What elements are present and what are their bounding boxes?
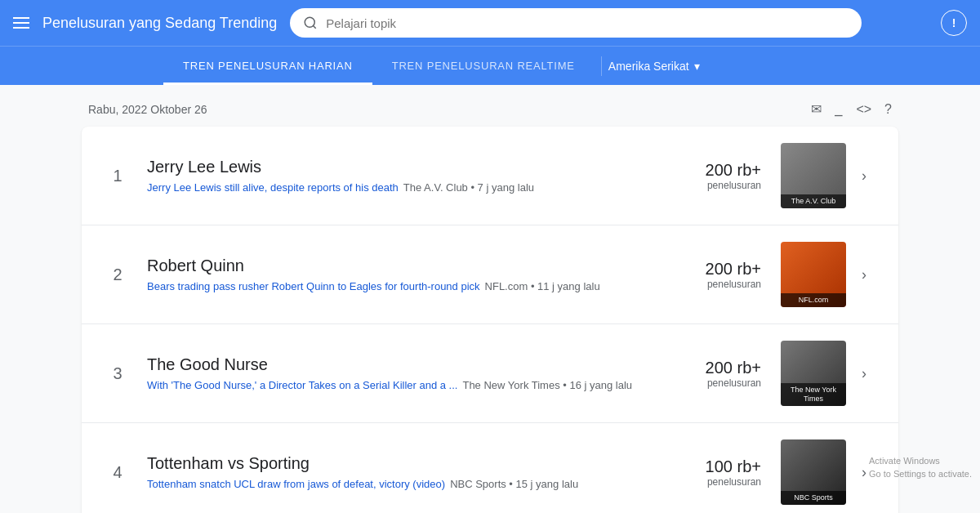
trend-rank: 2 xyxy=(101,265,134,284)
trend-link[interactable]: Tottenham snatch UCL draw from jaws of d… xyxy=(147,478,445,490)
menu-icon[interactable] xyxy=(13,17,29,29)
trend-count-number: 200 rb+ xyxy=(706,260,761,279)
trend-thumbnail[interactable]: NFL.com xyxy=(781,242,846,307)
date-icons: ✉ ⎯ <> ? xyxy=(811,101,892,117)
expand-chevron[interactable]: › xyxy=(849,464,879,481)
svg-line-1 xyxy=(314,25,316,28)
thumb-label: NBC Sports xyxy=(781,491,846,505)
trend-title: Robert Quinn xyxy=(147,256,686,275)
tab-daily[interactable]: TREN PENELUSURAN HARIAN xyxy=(163,47,372,85)
header-title: Penelusuran yang Sedang Trending xyxy=(42,15,277,32)
trend-rank: 4 xyxy=(101,463,134,482)
search-bar xyxy=(290,8,862,38)
trend-count: 200 rb+ penelusuran xyxy=(686,359,781,389)
trend-count-label: penelusuran xyxy=(706,279,761,290)
trend-title: Jerry Lee Lewis xyxy=(147,158,686,176)
trend-link[interactable]: Bears trading pass rusher Robert Quinn t… xyxy=(147,280,480,292)
trend-subtitle: Tottenham snatch UCL draw from jaws of d… xyxy=(147,478,686,490)
feedback-button[interactable]: ! xyxy=(941,10,967,36)
trend-count-number: 200 rb+ xyxy=(706,359,761,377)
email-icon[interactable]: ✉ xyxy=(811,101,822,117)
svg-point-0 xyxy=(305,17,314,27)
trend-link[interactable]: With 'The Good Nurse,' a Director Takes … xyxy=(147,379,457,391)
help-icon[interactable]: ? xyxy=(884,102,892,117)
rss-icon[interactable]: ⎯ xyxy=(835,102,843,117)
trend-info: Tottenham vs Sporting Tottenham snatch U… xyxy=(134,454,686,490)
trend-count: 100 rb+ penelusuran xyxy=(686,457,781,488)
trend-item: 2 Robert Quinn Bears trading pass rusher… xyxy=(82,225,898,324)
tab-realtime[interactable]: TREN PENELUSURAN REALTIME xyxy=(372,47,595,85)
trend-subtitle: With 'The Good Nurse,' a Director Takes … xyxy=(147,379,686,391)
chevron-down-icon: ▾ xyxy=(694,60,700,73)
trend-info: Robert Quinn Bears trading pass rusher R… xyxy=(134,256,686,292)
trend-source: The A.V. Club • 7 j yang lalu xyxy=(403,181,534,194)
trend-info: Jerry Lee Lewis Jerry Lee Lewis still al… xyxy=(134,158,686,194)
trend-count-label: penelusuran xyxy=(706,476,761,488)
date-label: Rabu, 2022 Oktober 26 xyxy=(88,103,207,116)
tab-divider xyxy=(601,56,602,76)
trend-item: 4 Tottenham vs Sporting Tottenham snatch… xyxy=(82,423,898,513)
trend-count-number: 100 rb+ xyxy=(706,457,761,476)
trend-source: NFL.com • 11 j yang lalu xyxy=(485,280,600,292)
trend-item: 3 The Good Nurse With 'The Good Nurse,' … xyxy=(82,324,898,423)
trend-thumbnail[interactable]: The A.V. Club xyxy=(781,143,846,208)
trend-count-label: penelusuran xyxy=(706,180,761,191)
trend-source: NBC Sports • 15 j yang lalu xyxy=(450,478,578,490)
date-row: Rabu, 2022 Oktober 26 ✉ ⎯ <> ? xyxy=(0,101,980,127)
trend-count-label: penelusuran xyxy=(706,377,761,389)
trend-item: 1 Jerry Lee Lewis Jerry Lee Lewis still … xyxy=(82,127,898,225)
trend-rank: 3 xyxy=(101,364,134,383)
expand-chevron[interactable]: › xyxy=(849,266,879,283)
trend-thumbnail[interactable]: The New York Times xyxy=(781,341,846,406)
expand-chevron[interactable]: › xyxy=(849,167,879,185)
trend-list: 1 Jerry Lee Lewis Jerry Lee Lewis still … xyxy=(82,127,898,513)
trend-count-number: 200 rb+ xyxy=(706,161,761,180)
trend-thumbnail[interactable]: NBC Sports xyxy=(781,439,846,505)
trend-subtitle: Bears trading pass rusher Robert Quinn t… xyxy=(147,280,686,292)
trend-source: The New York Times • 16 j yang lalu xyxy=(462,379,632,391)
header: Penelusuran yang Sedang Trending ! xyxy=(0,0,980,46)
trend-subtitle: Jerry Lee Lewis still alive, despite rep… xyxy=(147,181,686,194)
trend-count: 200 rb+ penelusuran xyxy=(686,260,781,290)
search-icon xyxy=(303,16,318,30)
trend-title: The Good Nurse xyxy=(147,355,686,374)
trend-title: Tottenham vs Sporting xyxy=(147,454,686,473)
search-input[interactable] xyxy=(326,16,849,30)
trend-count: 200 rb+ penelusuran xyxy=(686,161,781,191)
embed-icon[interactable]: <> xyxy=(856,102,871,117)
trend-link[interactable]: Jerry Lee Lewis still alive, despite rep… xyxy=(147,181,399,194)
thumb-label: NFL.com xyxy=(781,293,846,307)
trend-info: The Good Nurse With 'The Good Nurse,' a … xyxy=(134,355,686,391)
content-area: Rabu, 2022 Oktober 26 ✉ ⎯ <> ? 1 Jerry L… xyxy=(0,85,980,513)
expand-chevron[interactable]: › xyxy=(849,365,879,382)
trend-rank: 1 xyxy=(101,167,134,185)
tabbar: TREN PENELUSURAN HARIAN TREN PENELUSURAN… xyxy=(0,46,980,85)
thumb-label: The New York Times xyxy=(781,383,846,406)
region-selector[interactable]: Amerika Serikat ▾ xyxy=(608,60,700,73)
thumb-label: The A.V. Club xyxy=(781,194,846,208)
